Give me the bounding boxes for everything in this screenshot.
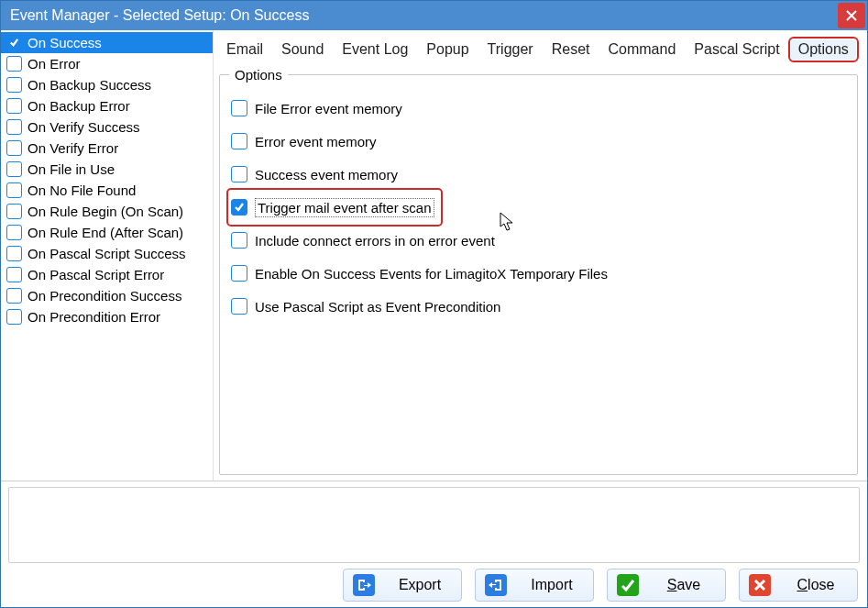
tab-options[interactable]: Options bbox=[791, 39, 856, 60]
log-panel[interactable] bbox=[8, 487, 860, 563]
tab-popup[interactable]: Popup bbox=[419, 39, 476, 60]
checkbox-icon[interactable] bbox=[6, 35, 22, 50]
checkbox-icon[interactable] bbox=[6, 98, 22, 114]
sidebar-item-label: On Pascal Script Error bbox=[27, 267, 164, 282]
tab-reset[interactable]: Reset bbox=[544, 39, 598, 60]
titlebar: Event Manager - Selected Setup: On Succe… bbox=[1, 1, 867, 30]
export-icon bbox=[353, 574, 375, 596]
option-row[interactable]: Include connect errors in on error event bbox=[229, 224, 848, 257]
import-button[interactable]: Import bbox=[475, 569, 594, 602]
check-icon bbox=[617, 574, 639, 596]
sidebar-item-label: On Success bbox=[27, 35, 102, 50]
tab-trigger[interactable]: Trigger bbox=[480, 39, 541, 60]
sidebar-item-label: On Verify Success bbox=[27, 119, 140, 135]
window-title: Event Manager - Selected Setup: On Succe… bbox=[10, 7, 838, 24]
close-rest: lose bbox=[808, 577, 834, 592]
checkbox-icon[interactable] bbox=[6, 246, 22, 261]
options-group: Options File Error event memoryError eve… bbox=[219, 67, 858, 475]
save-rest: ave bbox=[676, 577, 700, 592]
body-area: On SuccessOn ErrorOn Backup SuccessOn Ba… bbox=[1, 30, 867, 481]
checkbox-icon[interactable] bbox=[231, 166, 247, 182]
checkbox-icon[interactable] bbox=[6, 225, 22, 240]
checkbox-icon[interactable] bbox=[6, 119, 22, 135]
checkbox-icon[interactable] bbox=[231, 298, 247, 315]
sidebar-item-label: On Precondition Error bbox=[27, 309, 160, 325]
sidebar-item-label: On Pascal Script Success bbox=[27, 246, 186, 261]
options-legend: Options bbox=[229, 67, 288, 83]
checkbox-icon[interactable] bbox=[6, 267, 22, 282]
option-row[interactable]: Error event memory bbox=[229, 125, 848, 158]
sidebar-item-label: On Backup Error bbox=[27, 98, 130, 114]
sidebar-item-label: On File in Use bbox=[27, 161, 115, 177]
option-label: Trigger mail event after scan bbox=[255, 198, 434, 217]
main-panel: EmailSoundEvent LogPopupTriggerResetComm… bbox=[214, 30, 867, 481]
checkbox-icon[interactable] bbox=[231, 100, 247, 116]
options-list: File Error event memoryError event memor… bbox=[229, 92, 848, 323]
sidebar-item-label: On Error bbox=[27, 56, 81, 72]
option-label: Include connect errors in on error event bbox=[255, 233, 495, 249]
option-row[interactable]: Use Pascal Script as Event Precondition bbox=[229, 290, 848, 323]
sidebar-item[interactable]: On Error bbox=[1, 53, 213, 74]
tab-command[interactable]: Command bbox=[601, 39, 684, 60]
option-label: File Error event memory bbox=[255, 101, 402, 116]
sidebar-item[interactable]: On Backup Error bbox=[1, 95, 213, 116]
option-label: Enable On Success Events for LimagitoX T… bbox=[255, 266, 608, 282]
sidebar-item[interactable]: On Pascal Script Error bbox=[1, 264, 213, 285]
sidebar-item[interactable]: On Precondition Success bbox=[1, 285, 213, 306]
option-row[interactable]: File Error event memory bbox=[229, 92, 848, 125]
sidebar-item[interactable]: On Rule Begin (On Scan) bbox=[1, 201, 213, 222]
close-label: Close bbox=[784, 577, 848, 593]
checkbox-icon[interactable] bbox=[6, 77, 22, 93]
sidebar-item-label: On Rule End (After Scan) bbox=[27, 225, 183, 240]
tab-pascal-script[interactable]: Pascal Script bbox=[687, 39, 786, 60]
checkbox-icon[interactable] bbox=[231, 199, 247, 216]
event-manager-window: Event Manager - Selected Setup: On Succe… bbox=[0, 0, 868, 608]
save-button[interactable]: Save bbox=[607, 569, 726, 602]
event-list-sidebar[interactable]: On SuccessOn ErrorOn Backup SuccessOn Ba… bbox=[1, 30, 214, 481]
sidebar-item[interactable]: On Verify Error bbox=[1, 138, 213, 159]
sidebar-item[interactable]: On Pascal Script Success bbox=[1, 243, 213, 264]
option-row[interactable]: Success event memory bbox=[229, 158, 848, 191]
sidebar-item[interactable]: On Backup Success bbox=[1, 74, 213, 95]
close-button[interactable]: Close bbox=[739, 569, 858, 602]
export-label: Export bbox=[388, 577, 452, 593]
sidebar-item[interactable]: On Verify Success bbox=[1, 116, 213, 138]
import-icon bbox=[485, 574, 507, 596]
sidebar-item[interactable]: On Precondition Error bbox=[1, 306, 213, 327]
option-label: Success event memory bbox=[255, 167, 398, 182]
sidebar-item[interactable]: On Success bbox=[1, 32, 213, 53]
import-label: Import bbox=[520, 577, 584, 593]
checkbox-icon[interactable] bbox=[6, 182, 22, 198]
option-label: Use Pascal Script as Event Precondition bbox=[255, 299, 500, 315]
sidebar-item-label: On Verify Error bbox=[27, 140, 118, 156]
option-row[interactable]: Enable On Success Events for LimagitoX T… bbox=[229, 257, 848, 290]
export-button[interactable]: Export bbox=[343, 569, 462, 602]
tabstrip: EmailSoundEvent LogPopupTriggerResetComm… bbox=[219, 36, 858, 67]
sidebar-item-label: On No File Found bbox=[27, 182, 136, 198]
checkbox-icon[interactable] bbox=[6, 309, 22, 325]
tab-event-log[interactable]: Event Log bbox=[335, 39, 415, 60]
save-label: Save bbox=[652, 577, 716, 593]
tab-email[interactable]: Email bbox=[219, 39, 270, 60]
x-icon bbox=[749, 574, 771, 596]
sidebar-item[interactable]: On Rule End (After Scan) bbox=[1, 222, 213, 243]
checkbox-icon[interactable] bbox=[231, 265, 247, 282]
checkbox-icon[interactable] bbox=[6, 288, 22, 304]
option-row[interactable]: Trigger mail event after scan bbox=[229, 191, 440, 224]
sidebar-item[interactable]: On No File Found bbox=[1, 180, 213, 201]
button-bar: Export Import Save Close bbox=[343, 569, 858, 602]
sidebar-item[interactable]: On File in Use bbox=[1, 159, 213, 180]
checkbox-icon[interactable] bbox=[6, 161, 22, 177]
checkbox-icon[interactable] bbox=[6, 140, 22, 156]
sidebar-item-label: On Precondition Success bbox=[27, 288, 181, 304]
close-window-button[interactable] bbox=[838, 3, 865, 28]
checkbox-icon[interactable] bbox=[6, 56, 22, 72]
checkbox-icon[interactable] bbox=[231, 232, 247, 249]
checkbox-icon[interactable] bbox=[231, 133, 247, 149]
bottom-area: Export Import Save Close bbox=[1, 481, 867, 607]
tab-sound[interactable]: Sound bbox=[274, 39, 331, 60]
sidebar-item-label: On Rule Begin (On Scan) bbox=[27, 204, 183, 219]
option-label: Error event memory bbox=[255, 134, 377, 149]
close-icon bbox=[845, 9, 858, 22]
checkbox-icon[interactable] bbox=[6, 204, 22, 219]
